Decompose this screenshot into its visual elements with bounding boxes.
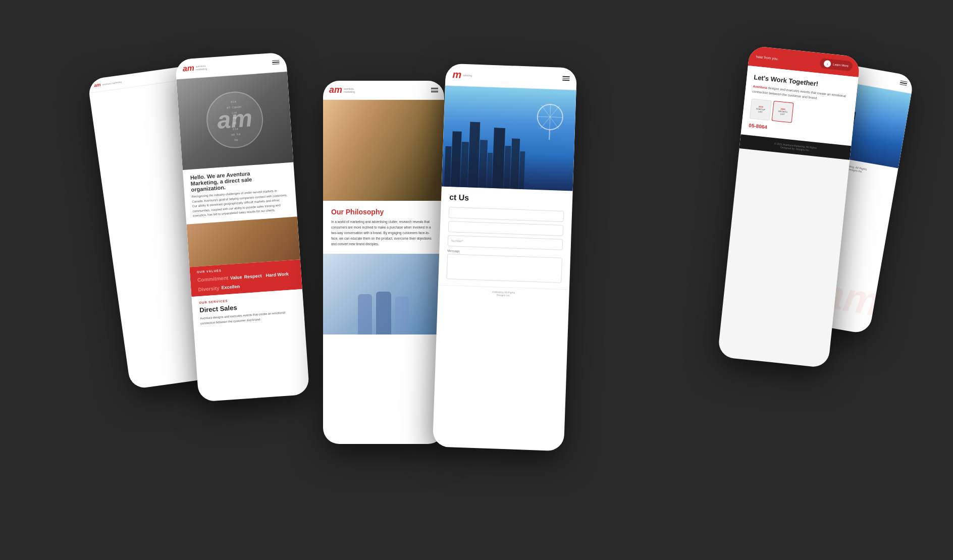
nav-bar-3: am aventuramarketing: [323, 81, 444, 100]
lets-work-section: Let's Work Together! Aventura designs an…: [741, 66, 859, 146]
value-commitment: Commitment: [197, 275, 229, 283]
contact-section-4: ct Us Number* Message: [438, 187, 573, 290]
handshake-image-3: [323, 100, 444, 201]
contact-textarea-4[interactable]: [446, 254, 562, 283]
hamburger-2[interactable]: [272, 60, 280, 65]
value-hardwork: Hard Work: [266, 271, 289, 278]
brand-logo-4: m arketing: [452, 69, 472, 81]
learn-more-banner-5[interactable]: › Learn More: [819, 58, 853, 72]
am-logo-4: m: [452, 69, 462, 81]
am-wordcloud-overlay: am: [202, 87, 267, 154]
about-body-2: Recognizing the industry challenges of u…: [191, 188, 290, 218]
services-section-2: OUR SERVICES Direct Sales Aventura desig…: [191, 289, 304, 331]
number-placeholder: Number*: [451, 239, 463, 243]
main-scene: am aventura marketing Increasing Your Sa…: [0, 0, 953, 560]
hamburger-3[interactable]: [431, 88, 438, 92]
hamburger-6[interactable]: [899, 80, 907, 86]
value-respect: Respect: [244, 273, 262, 279]
contact-field-2[interactable]: [448, 221, 564, 236]
wordcloud-section: eiaat caнемczeнеHEeiaне haHa am: [176, 72, 293, 170]
badge-growth-5: 2020 GROWTH LIST: [772, 100, 794, 123]
city-image-4: [442, 86, 576, 191]
contact-field-number[interactable]: Number*: [448, 235, 563, 250]
tagline-3: aventuramarketing: [344, 87, 355, 93]
aventura-label-5: Aventura: [753, 84, 767, 89]
value-value: Value: [230, 274, 242, 281]
team-photo-3: [323, 254, 444, 334]
brand-logo-1: am aventura marketing: [94, 79, 122, 88]
arrow-circle-5: ›: [824, 60, 831, 68]
philosophy-label-3: Our Philosophy: [331, 208, 436, 216]
phone-mockup-3: am aventuramarketing Our Philosophy In a…: [323, 81, 444, 444]
badge-startup-5: 2020 STARTUP LIST: [750, 98, 772, 121]
am-logo-3: am: [329, 85, 342, 95]
banner-text-5: hear from you.: [756, 54, 779, 61]
philosophy-body-3: In a world of marketing and advertising …: [331, 219, 436, 247]
contact-title-4: ct Us: [449, 193, 564, 206]
phone-mockup-2: am aventuramarketing eiaat caнемczeнеHEe…: [175, 52, 310, 402]
team-figures: [358, 292, 409, 334]
am-logo-text-1: am: [94, 82, 101, 88]
brand-logo-3: am aventuramarketing: [329, 85, 355, 95]
about-section-2: Hello. We are AventuraMarketing, a direc…: [183, 162, 297, 225]
brand-tagline-1: aventura marketing: [102, 80, 122, 85]
am-logo-2: am: [182, 64, 194, 74]
handshake-overlay-3: [323, 100, 444, 201]
hamburger-4[interactable]: [562, 76, 569, 81]
value-excellence: Excellen: [221, 284, 240, 291]
value-diversity: Diversity: [198, 285, 220, 292]
tagline-2: aventuramarketing: [195, 64, 207, 71]
phone-mockup-4: m arketing: [433, 64, 577, 452]
philosophy-section-3: Our Philosophy In a world of marketing a…: [323, 201, 444, 254]
svg-text:am: am: [217, 104, 253, 134]
tagline-4: arketing: [463, 73, 472, 77]
people-photo-2: [186, 216, 300, 267]
brand-logo-2: am aventuramarketing: [182, 63, 207, 73]
learn-more-label-5: Learn More: [833, 63, 849, 68]
svg-line-9: [549, 130, 550, 140]
contact-field-1[interactable]: [449, 207, 564, 222]
ferris-wheel: [534, 99, 566, 142]
